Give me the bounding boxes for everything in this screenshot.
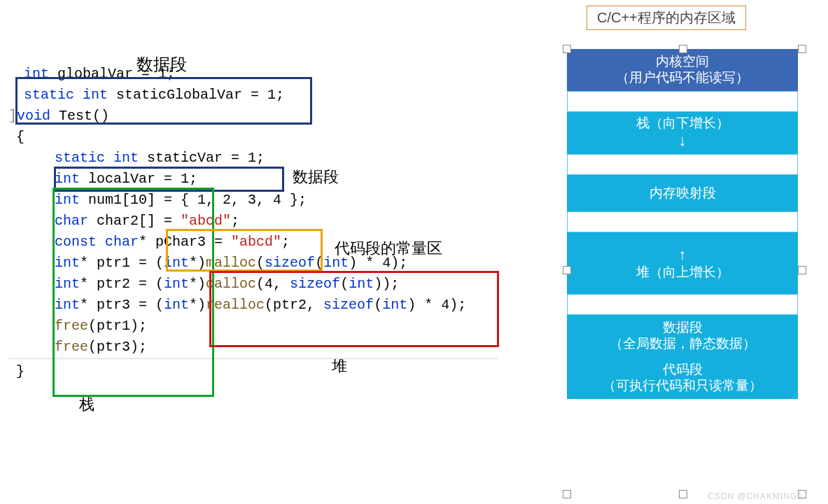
mem-gap (567, 91, 798, 112)
code-line: int globalVar = 1; (8, 63, 540, 84)
mem-heap: ↑堆（向上增长） (567, 232, 798, 294)
arrow-up-icon: ↑ (679, 246, 687, 263)
code-line: int* ptr1 = (int*)malloc(sizeof(int) * 4… (8, 252, 540, 273)
code-line: int num1[10] = { 1, 2, 3, 4 }; (8, 189, 540, 210)
mem-gap (567, 294, 798, 315)
code-line: static int staticGlobalVar = 1; (8, 84, 540, 105)
code-panel: int globalVar = 1; static int staticGlob… (8, 63, 540, 382)
divider (8, 358, 498, 359)
arrow-down-icon: ↓ (679, 132, 687, 149)
selection-handle[interactable] (563, 45, 571, 53)
code-line: const char* pChar3 = "abcd"; (8, 231, 540, 252)
code-line: int* ptr3 = (int*)realloc(ptr2, sizeof(i… (8, 294, 540, 315)
selection-handle[interactable] (563, 266, 571, 274)
mem-gap (567, 154, 798, 175)
selection-handle[interactable] (679, 490, 687, 498)
code-line: { (8, 126, 540, 147)
code-line: ]void Test() (8, 105, 540, 126)
code-line: int localVar = 1; (8, 168, 540, 189)
mem-kernel: 内核空间（用户代码不能读写） (567, 49, 798, 91)
memory-diagram: 内核空间（用户代码不能读写） 栈（向下增长）↓ 内存映射段 ↑堆（向上增长） 数… (567, 49, 798, 399)
code-line: free(ptr1); (8, 315, 540, 336)
code-line: int* ptr2 = (int*)calloc(4, sizeof(int))… (8, 273, 540, 294)
memory-title: C/C++程序的内存区域 (587, 6, 746, 30)
label-stack: 栈 (79, 394, 94, 415)
mem-stack: 栈（向下增长）↓ (567, 112, 798, 154)
selection-handle[interactable] (563, 490, 571, 498)
code-line: } (8, 360, 540, 382)
selection-handle[interactable] (798, 266, 806, 274)
selection-handle[interactable] (798, 45, 806, 53)
code-line: char char2[] = "abcd"; (8, 210, 540, 231)
mem-code-segment: 代码段（可执行代码和只读常量） (567, 357, 798, 399)
watermark: CSDN @CHAKMING1 (708, 491, 803, 501)
code-line: static int staticVar = 1; (8, 147, 540, 168)
mem-mmap: 内存映射段 (567, 175, 798, 211)
selection-handle[interactable] (679, 45, 687, 53)
mem-data-segment: 数据段（全局数据，静态数据） (567, 315, 798, 357)
code-line: free(ptr3); (8, 336, 540, 357)
mem-gap (567, 211, 798, 232)
